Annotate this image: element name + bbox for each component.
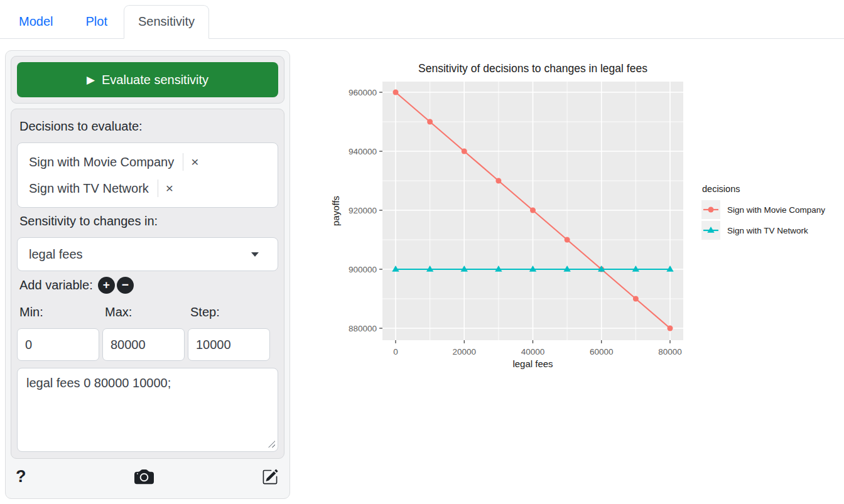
add-variable-label: Add variable:	[19, 278, 93, 292]
minus-circle-icon[interactable]: −	[117, 277, 134, 294]
tab-sensitivity[interactable]: Sensitivity	[124, 5, 209, 39]
sidebar: ▶ Evaluate sensitivity Decisions to eval…	[5, 50, 290, 499]
decision-chip-label: Sign with TV Network	[29, 181, 149, 196]
evaluate-button-label: Evaluate sensitivity	[102, 73, 208, 87]
sensitivity-label: Sensitivity to changes in:	[19, 214, 278, 228]
evaluate-sensitivity-button[interactable]: ▶ Evaluate sensitivity	[17, 62, 278, 97]
play-icon: ▶	[87, 75, 95, 85]
svg-text:60000: 60000	[590, 347, 614, 357]
help-icon[interactable]: ?	[16, 467, 26, 486]
step-label: Step:	[190, 305, 276, 319]
svg-text:Sign with Movie Company: Sign with Movie Company	[727, 205, 825, 215]
max-label: Max:	[105, 305, 190, 319]
tab-model[interactable]: Model	[3, 5, 69, 38]
svg-text:0: 0	[393, 347, 398, 357]
sensitivity-form-card: Decisions to evaluate: Sign with Movie C…	[11, 109, 284, 459]
camera-icon[interactable]	[134, 467, 154, 486]
decisions-multiselect[interactable]: Sign with Movie Company × Sign with TV N…	[17, 142, 278, 208]
max-input[interactable]	[102, 328, 185, 361]
decision-chip: Sign with TV Network ×	[20, 175, 275, 201]
min-max-step-labels: Min: Max: Step:	[19, 305, 278, 319]
chip-divider	[158, 180, 158, 197]
svg-text:decisions: decisions	[702, 184, 740, 194]
svg-text:Sign with TV Network: Sign with TV Network	[727, 226, 808, 235]
svg-text:legal fees: legal fees	[512, 358, 553, 369]
min-label: Min:	[19, 305, 105, 319]
svg-text:920000: 920000	[349, 206, 377, 215]
sidebar-footer: ?	[11, 459, 284, 486]
min-input[interactable]	[17, 328, 99, 361]
svg-text:940000: 940000	[349, 147, 377, 156]
plus-circle-icon[interactable]: +	[98, 277, 115, 294]
decision-chip-label: Sign with Movie Company	[29, 155, 174, 169]
svg-text:900000: 900000	[349, 265, 377, 274]
evaluate-card: ▶ Evaluate sensitivity	[11, 56, 284, 104]
sensitivity-chart: 0200004000060000800008800009000009200009…	[295, 50, 844, 377]
step-input[interactable]	[188, 328, 270, 361]
decision-chip: Sign with Movie Company ×	[20, 149, 275, 175]
svg-text:880000: 880000	[349, 324, 377, 333]
caret-down-icon	[251, 252, 259, 257]
svg-text:payoffs: payoffs	[330, 196, 341, 226]
min-max-step-inputs	[17, 328, 278, 361]
variable-spec-wrap: legal fees 0 80000 10000;	[17, 368, 278, 452]
remove-decision-icon[interactable]: ×	[166, 181, 173, 196]
remove-decision-icon[interactable]: ×	[191, 154, 198, 169]
add-variable-row: Add variable: + −	[19, 277, 278, 294]
tab-plot[interactable]: Plot	[69, 5, 123, 38]
edit-report-icon[interactable]	[262, 469, 278, 485]
svg-text:20000: 20000	[452, 347, 476, 357]
chip-divider	[183, 153, 183, 171]
svg-text:80000: 80000	[658, 347, 682, 357]
svg-text:960000: 960000	[349, 88, 377, 97]
variable-select-value: legal fees	[29, 247, 83, 262]
variable-select[interactable]: legal fees	[17, 237, 278, 271]
tab-bar: Model Plot Sensitivity	[0, 0, 844, 39]
variable-spec-textarea[interactable]: legal fees 0 80000 10000;	[17, 368, 278, 452]
svg-text:40000: 40000	[521, 347, 545, 357]
decisions-label: Decisions to evaluate:	[19, 119, 278, 134]
svg-text:Sensitivity of decisions to ch: Sensitivity of decisions to changes in l…	[418, 62, 647, 75]
